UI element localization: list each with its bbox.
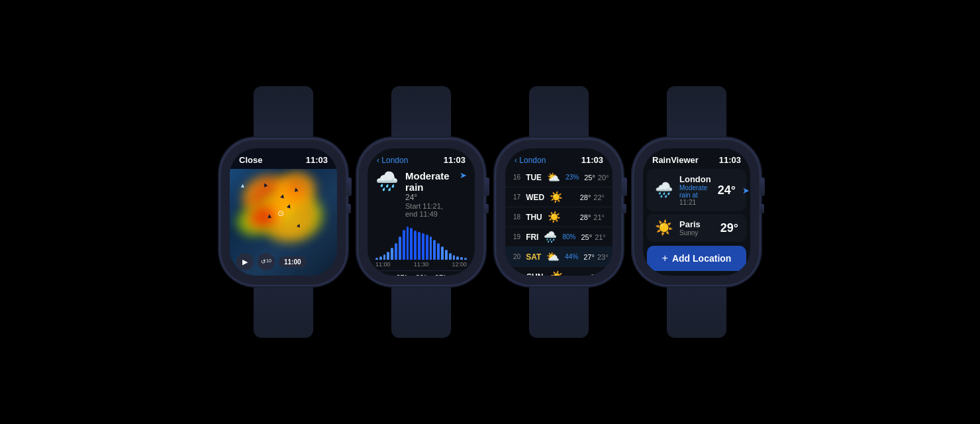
watch-crown-3 — [622, 178, 627, 196]
watch-body-2: ‹ London 11:03 🌧️ Moderate rain 24° Star… — [358, 139, 484, 285]
rain-current-temp: 24° — [405, 193, 453, 202]
weekly-screen: ‹ London 11:03 16 TUE ⛅ 23% 25° 20° 17 W… — [505, 148, 612, 276]
watch-side-btn-1 — [346, 204, 351, 213]
watch-side-btn-2 — [484, 204, 489, 213]
rain-bar — [403, 230, 405, 260]
week-row[interactable]: 17 WED ☀️ 28° 22° — [505, 187, 612, 207]
watches-container: Close 11:03 ▲ ▲ ▲ — [207, 73, 773, 351]
rain-bar — [460, 257, 463, 260]
weekly-list: 16 TUE ⛅ 23% 25° 20° 17 WED ☀️ 28° 22° 1… — [505, 168, 612, 276]
watch-3: ‹ London 11:03 16 TUE ⛅ 23% 25° 20° 17 W… — [496, 86, 622, 338]
rain-bar — [418, 232, 420, 260]
rain-bar — [395, 243, 397, 260]
map-screen: Close 11:03 ▲ ▲ ▲ — [230, 148, 337, 276]
add-location-label: Add Location — [672, 253, 731, 264]
watch-band-bottom-4 — [667, 285, 726, 338]
app-name: RainViewer — [652, 155, 699, 165]
rain-bar — [464, 258, 467, 260]
hour-item: 25°🌤️ — [377, 274, 388, 276]
back-to-london-btn[interactable]: ‹ London — [377, 156, 408, 165]
watch-4: RainViewer 11:03 🌧️ London Moderate rain… — [634, 86, 760, 338]
rain-info-block: 🌧️ Moderate rain 24° Start 11:21, end 11… — [368, 168, 475, 221]
location-list: 🌧️ London Moderate rain at 11:21 24° ➤ ☀… — [643, 169, 750, 244]
hour-item: 27°☀️ — [396, 274, 407, 276]
location-list-screen: RainViewer 11:03 🌧️ London Moderate rain… — [643, 148, 750, 276]
map-time: 11:03 — [306, 155, 328, 165]
hour-item: 26°🌤️ — [454, 274, 466, 276]
watch-band-bottom-1 — [254, 285, 313, 338]
rain-bar — [426, 235, 428, 260]
rain-bar — [449, 253, 452, 260]
hour-item: 27°☀️ — [435, 274, 446, 276]
map-controls: ▶ ↺10 11:00 — [236, 253, 307, 270]
week-row[interactable]: 20 SAT ⛅ 44% 27° 23° — [505, 247, 612, 267]
watch-side-btn-4 — [760, 204, 764, 213]
rain-bar — [430, 237, 432, 260]
app-screen-time: 11:03 — [719, 155, 741, 165]
weekly-screen-time: 11:03 — [581, 155, 603, 165]
radar-map[interactable]: ▲ ▲ ▲ ▲ ▲ ⊙ ▲ ▲ ▶ ↺10 — [230, 169, 337, 276]
watch-crown-2 — [484, 178, 489, 196]
watch-1: Close 11:03 ▲ ▲ ▲ — [220, 86, 346, 338]
rain-bar — [391, 248, 393, 260]
watch-screen-3: ‹ London 11:03 16 TUE ⛅ 23% 25° 20° 17 W… — [505, 148, 612, 276]
wind-arrow-3: ▲ — [292, 185, 300, 193]
add-location-button[interactable]: + Add Location — [647, 246, 746, 271]
watch-crown-4 — [760, 178, 765, 196]
back-to-london-btn-2[interactable]: ‹ London — [514, 156, 546, 165]
rain-forecast-screen: ‹ London 11:03 🌧️ Moderate rain 24° Star… — [368, 148, 475, 276]
rain-chart: 11:00 11:30 12:00 — [368, 221, 475, 270]
watch-band-top-3 — [529, 86, 589, 139]
rain-bar — [445, 250, 448, 260]
watch-body-4: RainViewer 11:03 🌧️ London Moderate rain… — [634, 139, 760, 285]
watch-band-top-4 — [667, 86, 726, 139]
rain-weather-icon: 🌧️ — [375, 170, 399, 192]
rain-bar-chart — [375, 223, 467, 260]
watch-screen-4: RainViewer 11:03 🌧️ London Moderate rain… — [643, 148, 750, 276]
rain-bar — [456, 256, 459, 260]
location-item[interactable]: 🌧️ London Moderate rain at 11:21 24° ➤ — [647, 169, 746, 211]
rain-schedule: Start 11:21, end 11:49 — [405, 202, 453, 218]
watch-band-top-2 — [391, 86, 451, 139]
watch-screen-2: ‹ London 11:03 🌧️ Moderate rain 24° Star… — [368, 148, 475, 276]
week-row[interactable]: 18 THU ☀️ 28° 21° — [505, 207, 612, 227]
weekly-header: ‹ London 11:03 — [505, 148, 612, 168]
rain-screen-time: 11:03 — [444, 155, 466, 165]
rain-bar — [433, 240, 436, 260]
wind-arrow-7: ▲ — [240, 182, 246, 189]
rain-bar — [407, 227, 409, 260]
wind-arrow-5: ▲ — [266, 212, 273, 220]
rain-bar — [375, 258, 378, 260]
rain-header: ‹ London 11:03 — [368, 148, 475, 168]
map-time-badge: 11:00 — [279, 256, 307, 268]
close-label[interactable]: Close — [239, 155, 262, 165]
rain-bar — [453, 255, 456, 260]
rain-bar — [399, 237, 401, 260]
watch-side-btn-3 — [622, 204, 626, 213]
rain-bar — [387, 252, 389, 260]
week-row[interactable]: 19 FRI 🌧️ 80% 25° 21° — [505, 227, 612, 247]
location-pin: ⊙ — [277, 209, 284, 218]
rain-bar — [441, 246, 444, 260]
rain-condition-title: Moderate rain — [405, 170, 453, 193]
rain-text: Moderate rain 24° Start 11:21, end 11:49 — [405, 170, 453, 218]
week-row[interactable]: 16 TUE ⛅ 23% 25° 20° — [505, 168, 612, 187]
rain-bar — [379, 256, 382, 260]
rain-bar — [383, 254, 386, 260]
location-item[interactable]: ☀️ Paris Sunny 29° — [647, 214, 746, 242]
rain-bar — [414, 231, 416, 260]
week-row[interactable]: 21 SUN ☀️ 25° — [505, 267, 612, 276]
rain-bar — [437, 243, 440, 260]
watch-body-3: ‹ London 11:03 16 TUE ⛅ 23% 25° 20° 17 W… — [496, 139, 622, 285]
rain-bar — [422, 233, 424, 260]
location-arrow-icon: ➤ — [460, 170, 467, 180]
watch-2: ‹ London 11:03 🌧️ Moderate rain 24° Star… — [358, 86, 484, 338]
map-header: Close 11:03 — [230, 148, 337, 169]
rain-bar — [410, 228, 413, 260]
location-arrow: ➤ — [742, 186, 750, 195]
watch-screen-1: Close 11:03 ▲ ▲ ▲ — [230, 148, 337, 276]
watch-band-top-1 — [254, 86, 313, 139]
replay-button[interactable]: ↺10 — [258, 253, 275, 270]
watch-band-bottom-2 — [391, 285, 451, 338]
play-button[interactable]: ▶ — [236, 253, 254, 270]
